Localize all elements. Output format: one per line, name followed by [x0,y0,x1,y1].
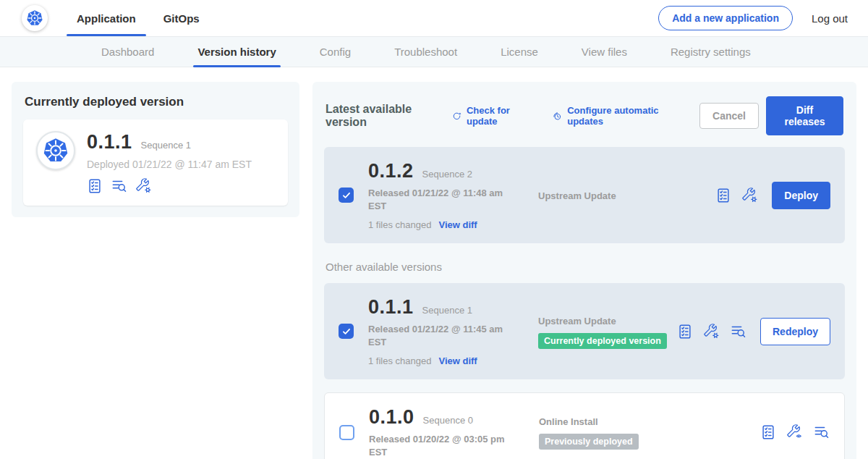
version-checkbox[interactable] [339,324,354,339]
top-tab-application[interactable]: Application [67,0,146,36]
kubernetes-logo-icon [25,9,44,28]
files-changed-label: 1 files changed [368,219,431,230]
preflight-checks-icon[interactable] [677,324,693,340]
tab-label: Registry settings [671,46,751,58]
tab-label: Config [320,46,351,58]
available-panel-header: Latest available version Check for updat… [326,96,843,135]
edit-config-icon[interactable] [704,324,720,340]
preflight-checks-icon[interactable] [760,424,776,440]
preflight-checks-icon[interactable] [715,188,731,203]
version-source: Upstream Update [538,189,715,201]
source-label: Upstream Update [538,316,677,327]
currently-deployed-badge: Currently deployed version [538,333,667,349]
top-tab-label: Application [77,12,136,25]
top-tab-label: GitOps [163,12,200,25]
version-info: 0.1.1 Sequence 1 Released 01/21/22 @ 11:… [368,296,538,366]
deploy-logs-icon[interactable] [731,324,746,340]
tab-label: Version history [197,46,276,58]
version-actions [760,424,830,440]
tab-registry-settings[interactable]: Registry settings [669,37,752,67]
released-timestamp: Released 01/20/22 @ 03:05 pm EST [369,433,511,458]
top-tab-gitops[interactable]: GitOps [153,0,210,36]
cancel-button[interactable]: Cancel [699,103,759,129]
check-icon [341,190,352,201]
sequence-label: Sequence 2 [422,169,472,180]
version-row-0-1-1: 0.1.1 Sequence 1 Released 01/21/22 @ 11:… [324,283,845,379]
tab-view-files[interactable]: View files [580,37,629,67]
version-info: 0.1.0 Sequence 0 Released 01/20/22 @ 03:… [369,406,539,458]
currently-deployed-panel: Currently deployed version 0.1.1 Sequenc… [12,82,299,217]
tab-config[interactable]: Config [318,37,352,67]
edit-config-icon[interactable] [136,178,152,194]
version-number: 0.1.2 [368,160,414,182]
version-source: Upstream Update Currently deployed versi… [538,314,677,349]
tab-label: License [501,46,538,58]
source-label: Upstream Update [538,190,715,201]
deployed-panel-title: Currently deployed version [25,95,286,109]
deploy-button[interactable]: Deploy [772,182,830,209]
tab-dashboard[interactable]: Dashboard [100,37,156,67]
logout-link[interactable]: Log out [812,12,848,25]
preflight-checks-icon[interactable] [87,178,103,194]
add-application-button[interactable]: Add a new application [658,6,793,30]
view-config-icon[interactable] [787,424,803,440]
version-checkbox[interactable] [339,425,354,440]
deploy-logs-icon[interactable] [111,178,127,194]
tab-label: Dashboard [101,46,154,58]
tab-label: View files [582,46,627,58]
files-changed-label: 1 files changed [368,355,431,366]
edit-config-icon[interactable] [742,188,758,203]
version-row-0-1-0: 0.1.0 Sequence 0 Released 01/20/22 @ 03:… [324,392,845,459]
sequence-label: Sequence 1 [422,305,472,316]
previously-deployed-badge: Previously deployed [539,434,639,450]
version-number: 0.1.0 [369,406,414,429]
released-timestamp: Released 01/21/22 @ 11:48 am EST [368,187,510,212]
sequence-label: Sequence 0 [423,415,473,426]
configure-automatic-updates-link[interactable]: Configure automatic updates [552,105,681,127]
redeploy-button[interactable]: Redeploy [760,318,830,345]
deployed-sequence-label: Sequence 1 [141,140,191,151]
app-subnav: Dashboard Version history Config Trouble… [0,36,868,67]
app-logo[interactable] [22,5,48,31]
view-diff-link[interactable]: View diff [438,355,477,366]
deployed-version-info: 0.1.1 Sequence 1 Deployed 01/21/22 @ 11:… [87,131,252,194]
tab-version-history[interactable]: Version history [196,37,277,67]
check-for-update-link[interactable]: Check for update [451,105,533,127]
schedule-update-icon [552,110,563,122]
released-timestamp: Released 01/21/22 @ 11:45 am EST [368,323,510,348]
other-versions-heading: Other available versions [326,261,843,273]
view-diff-link[interactable]: View diff [438,219,477,230]
deployed-timestamp: Deployed 01/21/22 @ 11:47 am EST [87,159,252,170]
source-label: Online Install [539,416,760,427]
version-source: Online Install Previously deployed [539,415,760,450]
available-versions-panel: Latest available version Check for updat… [312,82,856,459]
available-panel-title: Latest available version [326,103,440,129]
check-for-update-label: Check for update [467,105,533,127]
version-info: 0.1.2 Sequence 2 Released 01/21/22 @ 11:… [368,160,538,230]
kubernetes-logo-icon [41,136,70,165]
deployed-version-card: 0.1.1 Sequence 1 Deployed 01/21/22 @ 11:… [23,119,288,206]
refresh-icon [451,110,462,122]
version-actions: Deploy [715,182,830,209]
version-number: 0.1.1 [368,296,414,319]
version-row-0-1-2: 0.1.2 Sequence 2 Released 01/21/22 @ 11:… [324,147,845,243]
configure-automatic-updates-label: Configure automatic updates [567,105,681,127]
diff-releases-button[interactable]: Diff releases [766,96,843,135]
version-checkbox[interactable] [339,188,354,203]
deploy-logs-icon[interactable] [814,424,830,440]
tab-troubleshoot[interactable]: Troubleshoot [393,37,459,67]
top-nav: Application GitOps Add a new application… [0,0,868,36]
tab-license[interactable]: License [499,37,540,67]
app-icon-ring [36,131,75,170]
version-actions: Redeploy [677,318,830,345]
main-content: Currently deployed version 0.1.1 Sequenc… [0,67,868,459]
check-icon [341,327,352,337]
card-gap [324,379,845,392]
tab-label: Troubleshoot [394,46,457,58]
deployed-version-number: 0.1.1 [87,131,132,153]
